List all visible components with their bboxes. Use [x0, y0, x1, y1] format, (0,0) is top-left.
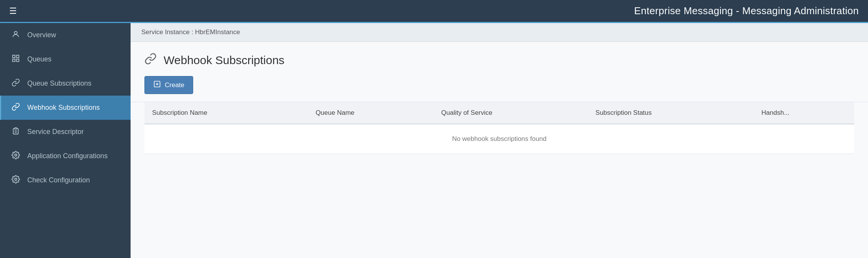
- empty-message: No webhook subscriptions found: [144, 124, 854, 154]
- sidebar-item-queue-subscriptions[interactable]: Queue Subscriptions: [0, 71, 131, 96]
- sidebar-item-queues[interactable]: Queues: [0, 47, 131, 71]
- sidebar-item-label: Overview: [27, 31, 56, 39]
- sidebar-item-application-configurations[interactable]: Application Configurations: [0, 144, 131, 168]
- link-icon: [10, 78, 21, 89]
- page-link-icon: [144, 53, 157, 68]
- link-active-icon: [10, 103, 21, 113]
- sidebar-item-webhook-subscriptions[interactable]: Webhook Subscriptions: [0, 96, 131, 120]
- app-header: ☰ Enterprise Messaging - Messaging Admin…: [0, 0, 868, 23]
- breadcrumb-text: Service Instance : HbrEMInstance: [141, 28, 240, 36]
- sidebar: Overview Queues Queue Subscriptions: [0, 23, 131, 258]
- main-layout: Overview Queues Queue Subscriptions: [0, 23, 868, 258]
- table-area: Subscription Name Queue Name Quality of …: [131, 102, 868, 258]
- subscriptions-table: Subscription Name Queue Name Quality of …: [144, 102, 854, 154]
- svg-rect-3: [13, 59, 15, 61]
- page-title: Webhook Subscriptions: [164, 54, 285, 67]
- create-button-icon: [153, 80, 161, 90]
- app-title: Enterprise Messaging - Messaging Adminis…: [634, 5, 859, 17]
- sidebar-item-label: Queue Subscriptions: [27, 79, 91, 88]
- svg-rect-2: [17, 55, 19, 58]
- breadcrumb: Service Instance : HbrEMInstance: [131, 23, 868, 42]
- svg-point-9: [15, 178, 17, 180]
- check-settings-icon: [10, 175, 21, 185]
- svg-point-0: [14, 31, 17, 34]
- col-quality-of-service: Quality of Service: [434, 102, 588, 124]
- empty-row: No webhook subscriptions found: [144, 124, 854, 154]
- page-header: Webhook Subscriptions Create: [131, 42, 868, 102]
- content-area: Service Instance : HbrEMInstance Webhook…: [131, 23, 868, 258]
- sidebar-item-label: Service Descriptor: [27, 128, 84, 136]
- sidebar-item-check-configuration[interactable]: Check Configuration: [0, 168, 131, 192]
- menu-icon[interactable]: ☰: [9, 6, 17, 16]
- person-icon: [10, 30, 21, 40]
- col-subscription-name: Subscription Name: [144, 102, 308, 124]
- settings-icon: [10, 151, 21, 161]
- sidebar-item-overview[interactable]: Overview: [0, 23, 131, 47]
- create-button[interactable]: Create: [144, 76, 193, 94]
- sidebar-item-label: Queues: [27, 55, 51, 63]
- col-handshake: Handsh...: [754, 102, 854, 124]
- create-button-label: Create: [165, 81, 184, 89]
- svg-point-8: [15, 154, 17, 156]
- sidebar-item-label: Webhook Subscriptions: [27, 104, 100, 112]
- svg-rect-1: [13, 55, 15, 58]
- grid-icon: [10, 54, 21, 64]
- clipboard-icon: [10, 127, 21, 137]
- table-header-row: Subscription Name Queue Name Quality of …: [144, 102, 854, 124]
- svg-rect-5: [15, 128, 17, 129]
- sidebar-item-label: Check Configuration: [27, 176, 90, 184]
- page-title-row: Webhook Subscriptions: [144, 53, 854, 68]
- sidebar-item-service-descriptor[interactable]: Service Descriptor: [0, 120, 131, 144]
- col-queue-name: Queue Name: [308, 102, 434, 124]
- col-subscription-status: Subscription Status: [588, 102, 754, 124]
- svg-rect-4: [17, 59, 19, 61]
- sidebar-item-label: Application Configurations: [27, 152, 108, 160]
